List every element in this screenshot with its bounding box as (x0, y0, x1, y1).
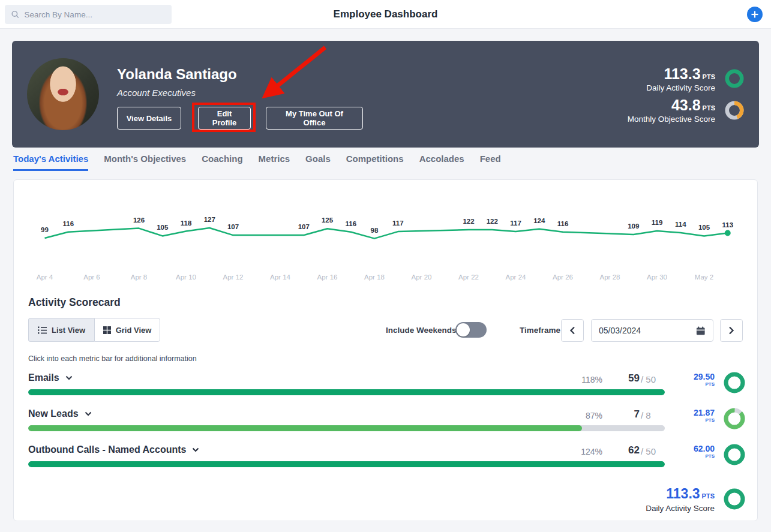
monthly-objective-score-value: 43.8 (671, 97, 701, 113)
svg-text:Apr 10: Apr 10 (176, 273, 196, 281)
metric-value: 59 (628, 372, 640, 384)
tab-competitions[interactable]: Competitions (346, 154, 404, 171)
list-view-label: List View (52, 326, 85, 335)
tab-accolades[interactable]: Accolades (419, 154, 464, 171)
profile-role: Account Executives (117, 88, 196, 98)
toggle-knob (457, 323, 470, 336)
svg-text:Apr 20: Apr 20 (412, 273, 432, 281)
metric-percent: 118% (581, 375, 602, 384)
svg-text:Apr 30: Apr 30 (647, 273, 667, 281)
grid-view-button[interactable]: Grid View (94, 318, 160, 342)
metric-points: 21.87 PTS (694, 408, 715, 423)
daily-activity-score: 113.3PTS Daily Activity Score (646, 67, 715, 92)
metric-percent: 124% (581, 447, 602, 456)
metric-row-emails: Emails 118% 59 / 50 29.50 PTS (14, 369, 757, 405)
svg-text:124: 124 (533, 217, 545, 224)
svg-text:Apr 8: Apr 8 (131, 273, 148, 281)
view-details-button[interactable]: View Details (117, 107, 181, 130)
metric-target: / 8 (641, 410, 667, 420)
chevron-right-icon (728, 326, 734, 335)
tab-metrics[interactable]: Metrics (259, 154, 290, 171)
monthly-objective-score: 43.8PTS Monthly Objective Score (628, 98, 715, 124)
include-weekends-toggle[interactable] (455, 322, 487, 338)
page-title: Employee Dashboard (0, 0, 771, 29)
svg-text:114: 114 (675, 221, 686, 228)
pts-unit: PTS (703, 73, 715, 80)
svg-text:116: 116 (62, 220, 74, 227)
tab-bar: Today's Activities Month's Objectives Co… (13, 154, 501, 171)
metric-bar[interactable] (28, 389, 665, 395)
chevron-down-icon (85, 411, 92, 416)
svg-text:109: 109 (628, 223, 639, 230)
edit-profile-button[interactable]: Edit Profile (198, 107, 251, 130)
tab-goals[interactable]: Goals (305, 154, 331, 171)
svg-text:118: 118 (181, 220, 192, 227)
metric-label: Outbound Calls - Named Accounts (28, 444, 186, 455)
metric-row-new-leads: New Leads 87% 7 / 8 21.87 PTS (14, 405, 757, 441)
plus-icon (751, 10, 759, 19)
metric-value: 62 (628, 444, 640, 456)
monthly-objective-ring (725, 101, 744, 122)
add-button[interactable] (747, 7, 763, 22)
scorecard-hint: Click into each metric bar for additiona… (28, 354, 197, 363)
metric-target: / 50 (641, 374, 667, 384)
svg-text:99: 99 (41, 226, 49, 233)
svg-text:116: 116 (345, 220, 356, 227)
include-weekends-label: Include Weekends (386, 326, 457, 335)
timeframe-next-button[interactable] (720, 319, 743, 342)
svg-text:125: 125 (322, 217, 334, 224)
avatar (27, 58, 99, 130)
svg-text:127: 127 (204, 216, 215, 223)
metric-expander[interactable]: New Leads (28, 408, 92, 419)
tab-coaching[interactable]: Coaching (202, 154, 242, 171)
tab-months-objectives[interactable]: Month's Objectives (104, 154, 186, 171)
svg-text:Apr 18: Apr 18 (364, 273, 385, 281)
tab-todays-activities[interactable]: Today's Activities (13, 154, 88, 171)
chevron-left-icon (569, 326, 575, 335)
metric-points: 62.00 PTS (694, 444, 715, 459)
timeframe-date-field[interactable] (591, 319, 713, 342)
svg-text:105: 105 (698, 224, 710, 231)
my-time-out-of-office-button[interactable]: My Time Out Of Office (266, 107, 363, 130)
svg-text:Apr 16: Apr 16 (317, 273, 338, 281)
svg-text:Apr 22: Apr 22 (458, 273, 479, 281)
list-view-button[interactable]: List View (28, 318, 94, 342)
svg-text:Apr 12: Apr 12 (223, 273, 244, 281)
svg-text:117: 117 (510, 220, 521, 227)
svg-text:Apr 28: Apr 28 (600, 273, 620, 281)
daily-activity-score-value: 113.3 (664, 65, 700, 82)
metric-ring (724, 372, 745, 396)
svg-text:Apr 26: Apr 26 (553, 273, 573, 281)
metric-points: 29.50 PTS (694, 372, 715, 387)
profile-card: Yolanda Santiago Account Executives View… (12, 41, 759, 148)
metric-value: 7 (634, 408, 640, 420)
list-icon (38, 326, 47, 334)
svg-text:Apr 14: Apr 14 (270, 273, 290, 281)
view-toggle: List View Grid View (28, 318, 160, 342)
svg-text:122: 122 (463, 218, 474, 225)
timeframe-date-input[interactable] (599, 326, 696, 335)
total-daily-activity-score: 113.3PTS Daily Activity Score (646, 486, 715, 513)
pts-unit: PTS (703, 104, 715, 112)
pts-unit: PTS (702, 492, 715, 500)
chevron-down-icon (65, 375, 73, 380)
activity-line-chart: 9911612610511812710710712511698117122122… (14, 180, 757, 288)
grid-icon (103, 326, 111, 334)
svg-text:98: 98 (371, 227, 379, 234)
svg-text:Apr 24: Apr 24 (506, 273, 526, 281)
metric-expander[interactable]: Outbound Calls - Named Accounts (28, 444, 199, 455)
metric-label: Emails (28, 372, 59, 383)
metric-expander[interactable]: Emails (28, 372, 73, 383)
metric-bar[interactable] (28, 461, 665, 467)
total-score-ring (724, 488, 745, 512)
tab-feed[interactable]: Feed (480, 154, 501, 171)
metric-row-outbound-calls: Outbound Calls - Named Accounts 124% 62 … (14, 441, 757, 477)
metric-ring (724, 408, 745, 432)
svg-text:113: 113 (722, 221, 733, 229)
timeframe-prev-button[interactable] (561, 319, 584, 342)
metric-bar[interactable] (28, 425, 665, 431)
metric-percent: 87% (586, 411, 602, 420)
content-card: 9911612610511812710710712511698117122122… (13, 179, 758, 521)
calendar-icon[interactable] (696, 326, 706, 336)
svg-text:122: 122 (487, 218, 498, 225)
